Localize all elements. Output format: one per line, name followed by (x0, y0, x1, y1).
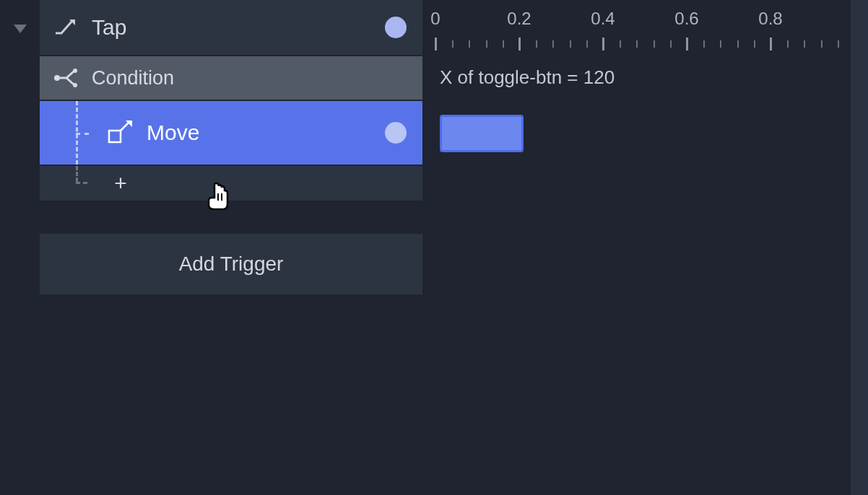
tree-end-connector-icon (67, 166, 99, 201)
ruler-label: 0 (430, 9, 440, 29)
trigger-label: Tap (92, 15, 385, 40)
ruler-label: 0.4 (591, 9, 615, 29)
svg-line-4 (66, 71, 74, 78)
svg-marker-0 (14, 25, 27, 33)
svg-line-5 (66, 78, 74, 84)
collapse-caret-icon[interactable] (12, 23, 28, 35)
plus-icon: + (99, 171, 142, 196)
svg-point-6 (73, 69, 77, 73)
timeline-panel: 00.20.40.60.81 X of toggle-btn = 120 (422, 0, 868, 495)
status-dot-icon (385, 17, 407, 38)
ruler-label: 0.2 (507, 9, 531, 29)
branch-icon (40, 69, 92, 87)
condition-label: Condition (92, 67, 174, 89)
timeline-ruler[interactable]: 00.20.40.60.81 (435, 9, 868, 52)
scrollbar-strip[interactable] (851, 0, 868, 495)
tap-icon (40, 17, 92, 38)
trigger-row-tap[interactable]: Tap (40, 0, 422, 56)
svg-point-7 (73, 83, 77, 87)
trigger-panel: Tap Condition (40, 0, 422, 495)
keyframe-clip[interactable] (440, 115, 524, 152)
ruler-label: 0.8 (758, 9, 782, 29)
svg-line-9 (121, 122, 129, 131)
ruler-label: 0.6 (674, 9, 698, 29)
tree-connector-icon (67, 101, 99, 165)
action-row-move[interactable]: Move (40, 101, 422, 166)
condition-expression: X of toggle-btn = 120 (440, 66, 868, 89)
add-trigger-button[interactable]: Add Trigger (40, 234, 422, 294)
add-trigger-label: Add Trigger (179, 253, 284, 276)
status-dot-icon (385, 122, 407, 144)
add-step-button[interactable]: + (40, 166, 422, 202)
svg-point-2 (54, 75, 60, 81)
move-icon (99, 121, 142, 145)
svg-rect-8 (109, 131, 121, 142)
trigger-row-condition[interactable]: Condition (40, 56, 422, 101)
action-label: Move (147, 121, 385, 145)
